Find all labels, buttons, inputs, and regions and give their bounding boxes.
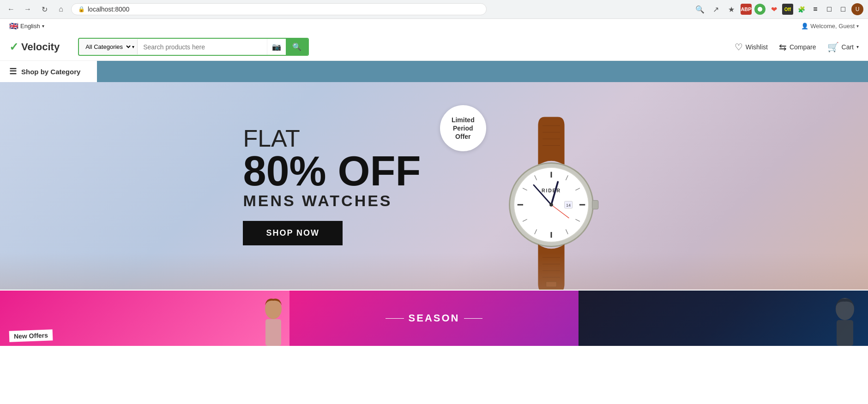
cart-icon: 🛒 xyxy=(827,42,839,53)
back-button[interactable]: ← xyxy=(5,3,18,16)
person-silhouette-1 xyxy=(248,295,289,346)
cart-link[interactable]: 🛒 Cart ▾ xyxy=(827,42,859,53)
cart-label: Cart xyxy=(842,43,854,51)
puzzle-icon[interactable]: 🧩 xyxy=(796,4,807,15)
search-input[interactable] xyxy=(138,40,267,54)
cart-chevron-icon: ▾ xyxy=(856,44,859,49)
hero-discount-text: 80% OFF xyxy=(243,150,421,192)
banner-season[interactable]: SEASON xyxy=(289,291,579,346)
ext2-icon[interactable]: ❤ xyxy=(768,4,779,15)
hero-banner: FLAT 80% OFF MENS WATCHES SHOP NOW Limit… xyxy=(0,82,868,290)
browser-right-icons: 🔍 ↗ ★ ABP ❤ Off 🧩 ≡ □ □ U xyxy=(693,3,863,16)
compare-link[interactable]: ⇆ Compare xyxy=(779,42,816,53)
search-icon[interactable]: 🔍 xyxy=(693,3,706,16)
shop-by-category-button[interactable]: ☰ Shop by Category xyxy=(0,61,97,82)
address-url: localhost:8000 xyxy=(88,6,129,13)
wishlist-label: Wishlist xyxy=(746,43,768,51)
category-chevron-icon: ▾ xyxy=(132,44,134,49)
welcome-label: Welcome, Guest xyxy=(810,23,855,30)
ext5-icon[interactable]: □ xyxy=(824,4,835,15)
user-icon: 👤 xyxy=(801,23,808,30)
watch-illustration: 14 RIDER xyxy=(477,113,625,290)
svg-point-26 xyxy=(549,203,553,207)
bookmark-icon[interactable]: ★ xyxy=(725,3,738,16)
banner-new-offers[interactable]: New Offers xyxy=(0,291,289,346)
banner-dark[interactable] xyxy=(579,291,868,346)
season-content: SEASON xyxy=(386,312,483,324)
hero-content: FLAT 80% OFF MENS WATCHES SHOP NOW xyxy=(243,126,421,245)
svg-rect-6 xyxy=(592,200,598,209)
right-line xyxy=(464,318,482,319)
hero-category-text: MENS WATCHES xyxy=(243,192,421,210)
search-button[interactable]: 🔍 xyxy=(286,39,308,55)
season-label: SEASON xyxy=(409,312,460,324)
logo-name: Velocity xyxy=(21,41,60,53)
hero-flat-text: FLAT xyxy=(243,126,421,150)
logo-checkmark-icon: ✓ xyxy=(9,41,18,53)
adblock-icon[interactable]: ABP xyxy=(741,4,752,15)
wishlist-link[interactable]: ♡ Wishlist xyxy=(735,42,768,53)
svg-rect-33 xyxy=(265,319,281,346)
svg-text:14: 14 xyxy=(566,203,571,208)
chrome-icon[interactable] xyxy=(754,4,766,15)
language-selector[interactable]: 🇬🇧 English ▾ xyxy=(9,22,44,30)
svg-text:RIDER: RIDER xyxy=(542,188,561,193)
person-silhouette-2 xyxy=(822,295,863,346)
home-button[interactable]: ⌂ xyxy=(54,3,67,16)
svg-point-32 xyxy=(265,299,282,319)
nav-actions: ♡ Wishlist ⇆ Compare 🛒 Cart ▾ xyxy=(735,42,859,53)
browser-toolbar: ← → ↻ ⌂ 🔒 localhost:8000 🔍 ↗ ★ ABP ❤ Off… xyxy=(0,0,868,18)
main-nav: ✓ Velocity All Categories Electronics Cl… xyxy=(0,33,868,60)
browser-chrome: ← → ↻ ⌂ 🔒 localhost:8000 🔍 ↗ ★ ABP ❤ Off… xyxy=(0,0,868,19)
welcome-chevron-icon: ▾ xyxy=(856,24,859,29)
compare-icon: ⇆ xyxy=(779,42,787,53)
share-icon[interactable]: ↗ xyxy=(709,3,722,16)
ext4-icon[interactable]: ≡ xyxy=(810,4,821,15)
search-container: All Categories Electronics Clothing Watc… xyxy=(78,38,309,56)
user-avatar[interactable]: U xyxy=(851,3,863,15)
site-header: 🇬🇧 English ▾ 👤 Welcome, Guest ▾ ✓ Veloci… xyxy=(0,19,868,61)
shop-by-category-label: Shop by Category xyxy=(21,68,80,76)
category-select[interactable]: All Categories Electronics Clothing Watc… xyxy=(82,39,132,54)
banner-overlay xyxy=(0,253,868,290)
address-lock-icon: 🔒 xyxy=(78,6,85,12)
flag-icon: 🇬🇧 xyxy=(9,22,18,30)
badge-line3: Offer xyxy=(455,132,470,141)
badge-line1: Limited xyxy=(452,116,475,124)
welcome-text: 👤 Welcome, Guest ▾ xyxy=(801,23,859,30)
hamburger-icon: ☰ xyxy=(9,66,17,77)
compare-label: Compare xyxy=(790,43,816,51)
svg-rect-35 xyxy=(837,320,853,346)
heart-icon: ♡ xyxy=(735,42,743,53)
camera-search-button[interactable]: 📷 xyxy=(267,39,286,55)
language-label: English xyxy=(20,23,40,30)
lang-chevron-icon: ▾ xyxy=(42,24,44,29)
ext6-icon[interactable]: □ xyxy=(838,4,849,15)
ext3-icon[interactable]: Off xyxy=(782,4,793,15)
top-bar: 🇬🇧 English ▾ 👤 Welcome, Guest ▾ xyxy=(0,19,868,33)
badge-line2: Period xyxy=(453,124,473,132)
site-logo[interactable]: ✓ Velocity xyxy=(9,41,60,53)
new-offers-label: New Offers xyxy=(9,329,53,342)
svg-rect-31 xyxy=(546,282,556,287)
shop-now-button[interactable]: SHOP NOW xyxy=(243,221,343,245)
bottom-banners: New Offers SEASON xyxy=(0,291,868,346)
refresh-button[interactable]: ↻ xyxy=(38,3,51,16)
address-bar[interactable]: 🔒 localhost:8000 xyxy=(71,3,487,15)
category-bar: ☰ Shop by Category xyxy=(0,61,868,82)
left-line xyxy=(386,318,404,319)
category-select-wrapper[interactable]: All Categories Electronics Clothing Watc… xyxy=(79,39,138,54)
forward-button[interactable]: → xyxy=(21,3,34,16)
